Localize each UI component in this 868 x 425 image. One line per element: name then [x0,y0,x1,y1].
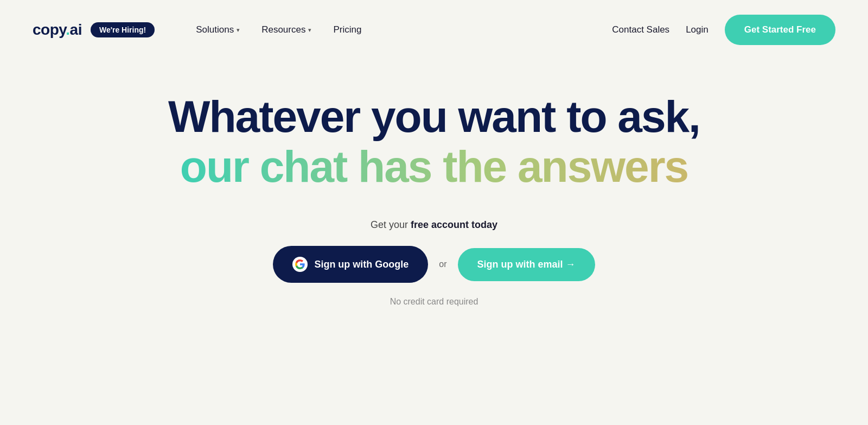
free-account-text: Get your free account today [371,219,497,231]
nav-solutions[interactable]: Solutions ▾ [187,20,248,40]
nav-resources[interactable]: Resources ▾ [253,20,320,40]
hero-headline-line2: our chat has the answers [180,141,688,192]
navbar: copy.ai We're Hiring! Solutions ▾ Resour… [0,0,868,60]
hiring-badge[interactable]: We're Hiring! [91,22,155,37]
contact-sales-link[interactable]: Contact Sales [612,24,669,35]
hero-section: Whatever you want to ask, our chat has t… [0,60,868,328]
logo-area: copy.ai We're Hiring! [33,21,155,39]
google-icon [292,257,308,272]
chevron-down-icon: ▾ [308,27,311,34]
cta-buttons: Sign up with Google or Sign up with emai… [273,246,595,283]
or-separator: or [439,259,446,269]
nav-pricing[interactable]: Pricing [324,20,370,40]
no-credit-card-text: No credit card required [390,297,478,307]
hero-headline-line1: Whatever you want to ask, [168,92,700,141]
google-signup-button[interactable]: Sign up with Google [273,246,428,283]
login-link[interactable]: Login [686,24,709,35]
logo[interactable]: copy.ai [33,21,82,39]
nav-links: Solutions ▾ Resources ▾ Pricing [187,20,612,40]
chevron-down-icon: ▾ [237,27,240,34]
get-started-button[interactable]: Get Started Free [725,15,835,45]
email-signup-button[interactable]: Sign up with email → [458,248,595,281]
nav-right: Contact Sales Login Get Started Free [612,15,835,45]
hero-gradient-text: our chat has the answers [180,142,688,191]
